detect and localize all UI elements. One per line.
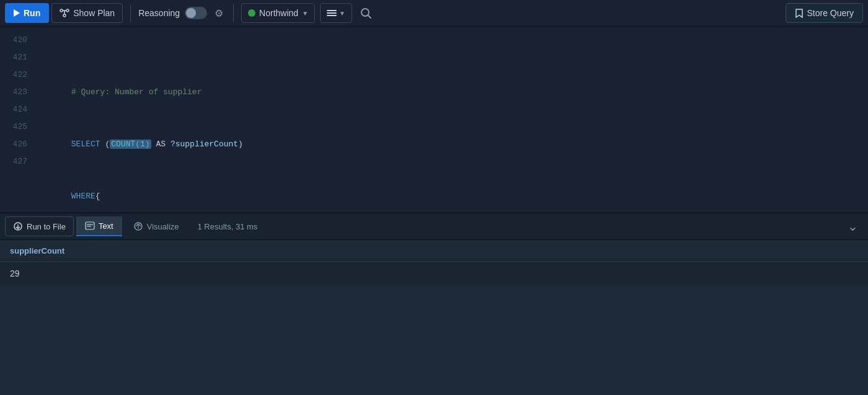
run-button[interactable]: Run bbox=[5, 3, 49, 23]
db-name: Northwind bbox=[259, 8, 298, 18]
code-lines[interactable]: # Query: Number of supplier SELECT (COUN… bbox=[35, 27, 868, 213]
run-label: Run bbox=[24, 8, 40, 18]
column-header: supplierCount bbox=[0, 240, 868, 262]
svg-line-6 bbox=[368, 16, 371, 18]
tab-text[interactable]: Text bbox=[76, 216, 122, 236]
store-query-label: Store Query bbox=[807, 8, 854, 18]
reasoning-section: Reasoning ⚙ bbox=[138, 5, 226, 22]
main-toolbar: Run Show Plan Reasoning ⚙ Northwind ▼ ▼ bbox=[0, 0, 868, 27]
expand-button[interactable]: ⌄ bbox=[843, 219, 863, 234]
divider-1 bbox=[130, 4, 131, 22]
bottom-panel: Run to File Text Visualize 1 Results, 31… bbox=[0, 213, 868, 395]
code-line-420 bbox=[35, 32, 868, 49]
reasoning-label: Reasoning bbox=[138, 8, 180, 18]
gear-icon: ⚙ bbox=[215, 7, 223, 19]
show-plan-button[interactable]: Show Plan bbox=[51, 3, 123, 23]
run-to-file-button[interactable]: Run to File bbox=[5, 216, 74, 236]
svg-line-13 bbox=[136, 224, 138, 226]
layers-button[interactable]: ▼ bbox=[320, 3, 352, 23]
svg-point-2 bbox=[63, 14, 66, 17]
tab-text-label: Text bbox=[99, 221, 113, 231]
text-icon bbox=[85, 221, 95, 230]
code-line-422: # Query: Number of supplier bbox=[35, 66, 868, 118]
code-line-423: SELECT (COUNT(1) AS ?supplierCount) bbox=[35, 118, 868, 171]
svg-rect-9 bbox=[86, 222, 94, 229]
download-icon bbox=[13, 221, 23, 231]
play-icon bbox=[14, 9, 20, 17]
results-info: 1 Results, 31 ms bbox=[198, 222, 258, 231]
tab-visualize-label: Visualize bbox=[147, 222, 179, 231]
code-editor[interactable]: 420 421 422 423 424 425 426 427 # Query:… bbox=[0, 27, 868, 213]
visualize-icon bbox=[133, 221, 143, 231]
results-table: supplierCount 29 bbox=[0, 240, 868, 395]
show-plan-label: Show Plan bbox=[73, 8, 115, 18]
chevron-down-icon: ▼ bbox=[302, 10, 308, 17]
code-line-424: WHERE{ bbox=[35, 171, 868, 213]
plan-icon bbox=[60, 8, 69, 18]
bookmark-icon bbox=[795, 8, 804, 18]
tab-visualize[interactable]: Visualize bbox=[125, 216, 188, 236]
svg-point-0 bbox=[60, 9, 63, 12]
store-query-button[interactable]: Store Query bbox=[786, 3, 863, 23]
line-numbers: 420 421 422 423 424 425 426 427 bbox=[0, 27, 35, 213]
layers-chevron-icon: ▼ bbox=[339, 10, 345, 17]
layers-icon bbox=[327, 10, 337, 16]
divider-2 bbox=[233, 4, 234, 22]
gear-button[interactable]: ⚙ bbox=[212, 5, 226, 22]
reasoning-toggle[interactable] bbox=[185, 7, 207, 19]
chevron-expand-icon: ⌄ bbox=[848, 220, 858, 233]
svg-line-14 bbox=[138, 224, 141, 226]
code-line-421 bbox=[35, 49, 868, 66]
search-button[interactable] bbox=[355, 4, 377, 22]
db-status-dot bbox=[248, 9, 255, 17]
database-selector[interactable]: Northwind ▼ bbox=[241, 3, 315, 23]
svg-point-1 bbox=[66, 9, 69, 12]
run-to-file-label: Run to File bbox=[27, 222, 66, 231]
bottom-toolbar: Run to File Text Visualize 1 Results, 31… bbox=[0, 213, 868, 240]
search-icon bbox=[360, 7, 372, 19]
result-row: 29 bbox=[0, 262, 868, 285]
svg-point-5 bbox=[361, 9, 369, 16]
